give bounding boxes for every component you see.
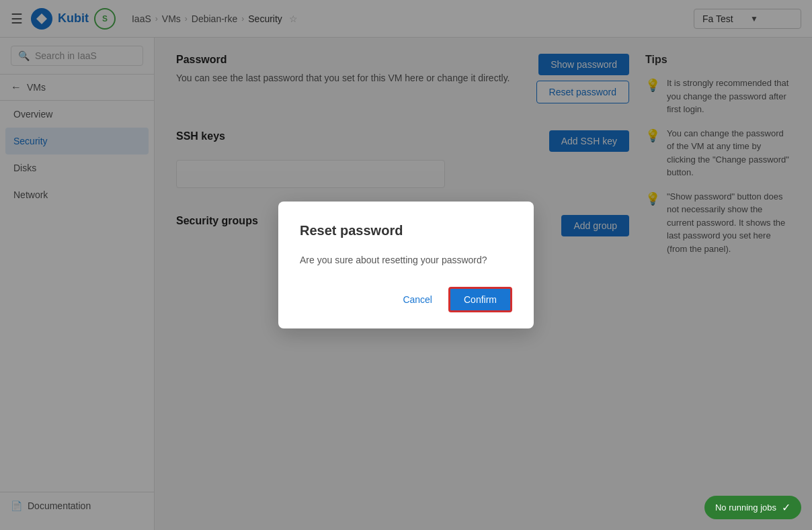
dialog-overlay: Reset password Are you sure about resett… — [0, 0, 812, 530]
cancel-button[interactable]: Cancel — [395, 289, 440, 310]
status-bar: No running jobs ✓ — [704, 496, 801, 519]
dialog-actions: Cancel Confirm — [300, 287, 512, 312]
confirm-button[interactable]: Confirm — [448, 287, 512, 312]
dialog-title: Reset password — [300, 223, 512, 238]
reset-password-dialog: Reset password Are you sure about resett… — [278, 202, 534, 328]
dialog-message: Are you sure about resetting your passwo… — [300, 255, 512, 265]
no-running-jobs-badge[interactable]: No running jobs ✓ — [704, 496, 801, 519]
no-jobs-label: No running jobs — [715, 502, 776, 513]
check-icon: ✓ — [782, 501, 790, 514]
